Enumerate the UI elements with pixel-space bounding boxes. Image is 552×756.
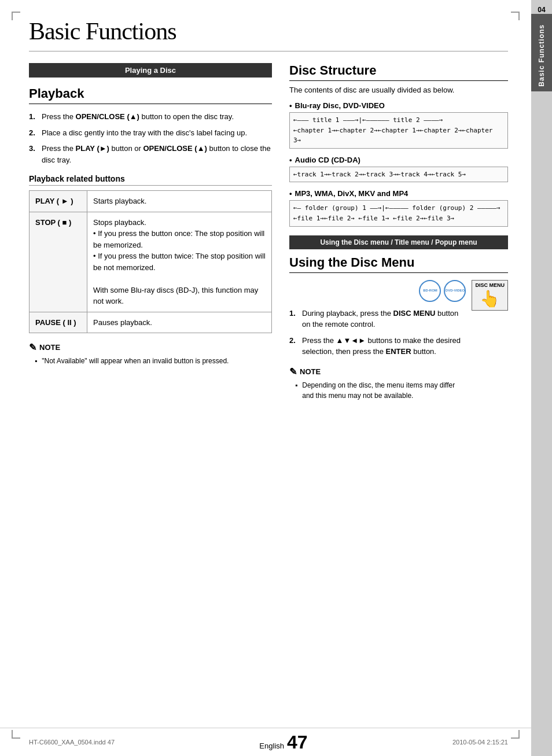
disc-type-mp3-diagram: ←— folder (group) 1 ——→|←————— folder (g… <box>289 200 508 226</box>
chapter-label: Basic Functions <box>538 24 546 87</box>
disc-structure-title: Disc Structure <box>289 63 508 81</box>
disc-type-audio-cd-text: Audio CD (CD-DA) <box>295 156 360 164</box>
bd-rom-icon: BD-ROM <box>419 280 441 302</box>
stop-button-label: STOP ( ■ ) <box>30 212 87 312</box>
corner-tl <box>12 12 20 20</box>
play-button-label: PLAY ( ► ) <box>30 191 87 212</box>
disc-type-audio-cd-diagram: ←track 1→←track 2→←track 3→←track 4→←tra… <box>289 167 508 183</box>
note-label: NOTE <box>39 343 60 352</box>
dvd-video-icon: DVD-VIDEO <box>444 280 466 302</box>
play-button-desc: Starts playback. <box>87 191 272 212</box>
step-2-text: Place a disc gently into the tray with t… <box>42 127 272 139</box>
pause-button-desc: Pauses playback. <box>87 312 272 333</box>
table-row-pause: PAUSE ( II ) Pauses playback. <box>30 312 272 333</box>
playback-buttons-subtitle: Playback related buttons <box>29 174 272 186</box>
two-col-layout: Playing a Disc Playback 1. Press the OPE… <box>29 63 508 401</box>
disc-menu-title: Using the Disc Menu <box>289 255 508 273</box>
playback-title: Playback <box>29 86 272 104</box>
disc-menu-note-section: ✎ NOTE Depending on the disc, the menu i… <box>289 366 466 401</box>
disc-structure-intro: The contents of disc are usually divided… <box>289 86 508 94</box>
step-3: 3. Press the PLAY (►) button or OPEN/CLO… <box>29 143 272 165</box>
note-list: "Not Available" will appear when an inva… <box>29 356 272 366</box>
main-content: Basic Functions Playing a Disc Playback … <box>0 0 531 756</box>
chapter-number: 04 <box>538 0 545 14</box>
disc-menu-step-1-text: During playback, press the DISC MENU but… <box>302 308 466 330</box>
disc-menu-image: DISC MENU 👆 <box>472 280 508 401</box>
disc-type-bluray-label: Blu-ray Disc, DVD-VIDEO <box>289 101 508 110</box>
disc-menu-steps: 1. During playback, press the DISC MENU … <box>289 308 466 357</box>
chapter-highlight: Basic Functions <box>531 14 552 91</box>
disc-menu-button-image: DISC MENU 👆 <box>472 280 508 311</box>
page-language: English <box>259 742 284 750</box>
step-1-text: Press the OPEN/CLOSE (▲) button to open … <box>42 111 272 123</box>
note-item-1: "Not Available" will appear when an inva… <box>35 356 272 366</box>
table-row-stop: STOP ( ■ ) Stops playback. • If you pres… <box>30 212 272 312</box>
note-icon: ✎ <box>29 342 36 353</box>
hand-icon: 👆 <box>475 289 505 308</box>
playing-a-disc-header: Playing a Disc <box>29 63 272 78</box>
disc-type-audio-cd: Audio CD (CD-DA) ←track 1→←track 2→←trac… <box>289 156 508 183</box>
disc-menu-note-list: Depending on the disc, the menu items ma… <box>289 380 466 401</box>
disc-menu-section-header: Using the Disc menu / Title menu / Popup… <box>289 235 508 249</box>
disc-menu-step-2-text: Press the ▲▼◄► buttons to make the desir… <box>302 335 466 357</box>
disc-type-mp3-text: MP3, WMA, DivX, MKV and MP4 <box>295 189 409 198</box>
disc-menu-note-title: ✎ NOTE <box>289 366 466 377</box>
disc-menu-button-label: DISC MENU <box>475 282 505 288</box>
note-section: ✎ NOTE "Not Available" will appear when … <box>29 342 272 366</box>
side-tab: 04 Basic Functions <box>531 0 552 756</box>
left-column: Playing a Disc Playback 1. Press the OPE… <box>29 63 272 401</box>
dvd-video-icon-label: DVD-VIDEO <box>446 289 465 293</box>
disc-type-bluray-text: Blu-ray Disc, DVD-VIDEO <box>295 101 385 110</box>
disc-icons: BD-ROM DVD-VIDEO <box>289 280 466 302</box>
disc-menu-step-1-num: 1. <box>289 308 302 330</box>
page-footer: HT-C6600_XAA_0504.indd 47 English 47 201… <box>0 728 531 756</box>
disc-menu-content: BD-ROM DVD-VIDEO 1. During playback, pre… <box>289 280 508 401</box>
disc-type-audio-cd-label: Audio CD (CD-DA) <box>289 156 508 164</box>
note-title: ✎ NOTE <box>29 342 272 353</box>
page-number: 47 <box>287 733 308 751</box>
right-column: Disc Structure The contents of disc are … <box>289 63 508 401</box>
step-2: 2. Place a disc gently into the tray wit… <box>29 127 272 139</box>
page-wrapper: 04 Basic Functions Basic Functions Playi… <box>0 0 552 756</box>
disc-menu-note-label: NOTE <box>300 367 321 376</box>
bd-rom-icon-label: BD-ROM <box>423 289 437 293</box>
page-number-area: English 47 <box>259 733 307 751</box>
playback-steps: 1. Press the OPEN/CLOSE (▲) button to op… <box>29 111 272 165</box>
disc-type-mp3: MP3, WMA, DivX, MKV and MP4 ←— folder (g… <box>289 189 508 226</box>
disc-menu-step-2-num: 2. <box>289 335 302 357</box>
footer-left: HT-C6600_XAA_0504.indd 47 <box>29 739 115 746</box>
step-3-text: Press the PLAY (►) button or OPEN/CLOSE … <box>42 143 272 165</box>
table-row-play: PLAY ( ► ) Starts playback. <box>30 191 272 212</box>
disc-menu-step-1: 1. During playback, press the DISC MENU … <box>289 308 466 330</box>
disc-menu-note-item-1: Depending on the disc, the menu items ma… <box>295 380 466 401</box>
pause-button-label: PAUSE ( II ) <box>30 312 87 333</box>
step-1: 1. Press the OPEN/CLOSE (▲) button to op… <box>29 111 272 123</box>
stop-button-desc: Stops playback. • If you press the butto… <box>87 212 272 312</box>
disc-menu-step-2: 2. Press the ▲▼◄► buttons to make the de… <box>289 335 466 357</box>
step-3-num: 3. <box>29 143 42 165</box>
disc-menu-note-icon: ✎ <box>289 366 297 377</box>
step-2-num: 2. <box>29 127 42 139</box>
corner-tr <box>511 12 520 20</box>
disc-type-mp3-label: MP3, WMA, DivX, MKV and MP4 <box>289 189 508 198</box>
playback-table: PLAY ( ► ) Starts playback. STOP ( ■ ) S… <box>29 190 272 333</box>
page-title: Basic Functions <box>29 17 508 51</box>
disc-menu-text: BD-ROM DVD-VIDEO 1. During playback, pre… <box>289 280 466 401</box>
step-1-num: 1. <box>29 111 42 123</box>
footer-right: 2010-05-04 2:15:21 <box>452 739 508 746</box>
disc-type-bluray-diagram: ←——— title 1 ———→|←—————— title 2 ————→ … <box>289 112 508 149</box>
disc-type-bluray: Blu-ray Disc, DVD-VIDEO ←——— title 1 ———… <box>289 101 508 149</box>
